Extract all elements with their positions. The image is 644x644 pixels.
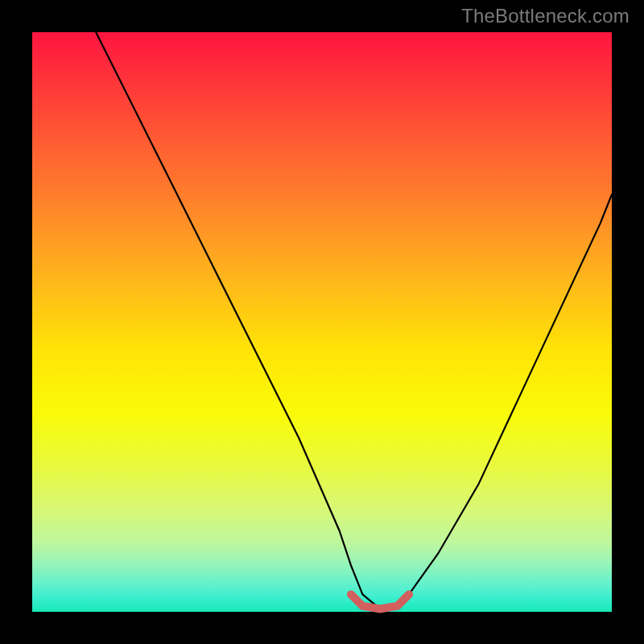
main-curve — [96, 32, 612, 609]
highlight-segment — [351, 594, 409, 609]
chart-plot-area — [32, 32, 612, 612]
watermark-text: TheBottleneck.com — [461, 5, 630, 27]
chart-svg — [32, 32, 612, 612]
